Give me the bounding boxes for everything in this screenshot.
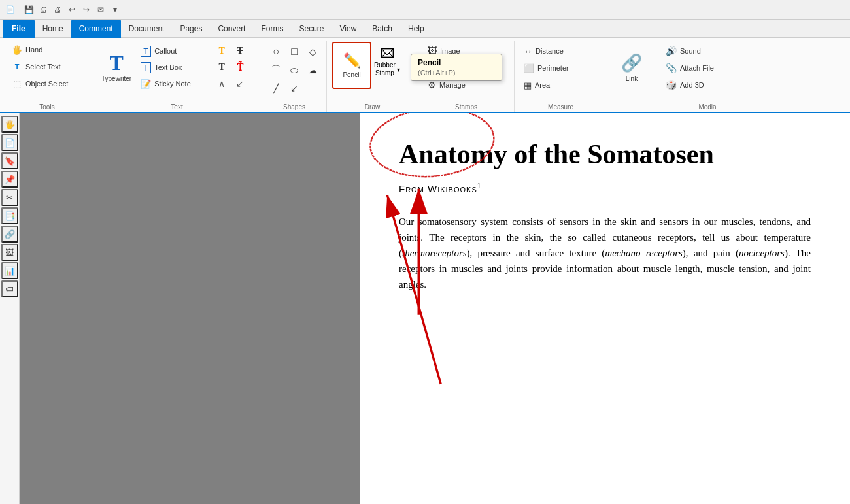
rubber-stamp-icon: 🖂 [380,44,394,61]
sidebar-btn-image2[interactable]: 🖼 [1,244,18,261]
sidebar-btn-link2[interactable]: 🔗 [1,226,18,243]
sidebar-btn-hand[interactable]: 🖐 [1,116,18,133]
redo-button[interactable]: ↪ [80,3,93,16]
perimeter-icon: ⬜ [524,63,534,73]
convert-menu[interactable]: Convert [210,20,253,38]
distance-icon: ↔ [524,46,532,56]
markup-underline-button[interactable]: T [213,59,230,75]
media-group-label: Media [656,103,758,110]
perimeter-button[interactable]: ⬜ Perimeter [520,60,602,76]
hand-icon: 🖐 [12,45,22,55]
doc-body: Our somatosensory system consists of sen… [399,214,811,292]
link-icon: 🔗 [621,53,642,73]
markup-squiggly-button[interactable]: T̃ [231,59,248,75]
tools-group-label: Tools [3,103,92,110]
ribbon-group-text: T Typewriter T Callout T Text Box 📝 Stic… [92,41,262,112]
area-icon: ▦ [524,80,532,90]
title-bar-icons: 📄 [5,5,16,15]
rubber-stamp-button[interactable]: RubberStamp ▾ [374,61,400,77]
distance-button[interactable]: ↔ Distance [520,43,602,59]
sidebar-btn-chart[interactable]: 📊 [1,262,18,279]
arc-shape-button[interactable]: ⌒ [267,61,284,78]
tools-items: 🖐 Hand T Select Text ⬚ Object Select [8,42,86,112]
sticky-note-icon: 📝 [141,79,151,89]
markup-strikethrough-button[interactable]: T [231,43,248,59]
link-items: 🔗 Link [613,42,651,112]
select-text-button[interactable]: T Select Text [8,59,86,75]
markups-group-label: Shapes [262,103,326,110]
batch-menu[interactable]: Batch [364,20,400,38]
save-button[interactable]: 💾 [22,3,35,16]
tooltip-shortcut: (Ctrl+Alt+P) [418,69,495,76]
sidebar-btn-tag[interactable]: 🏷 [1,280,18,297]
ribbon-group-media: 🔊 Sound 📎 Attach File 🎲 Add 3D Media [656,41,758,112]
pencil-icon: ✏️ [343,52,361,69]
markup-highlight-button[interactable]: T [213,43,230,59]
markups-items: ○ □ ◇ ⌒ ⬭ ☁ ╱ ↙ [267,42,321,112]
markup-delete-text-button[interactable]: ↙ [231,76,248,92]
attach-file-button[interactable]: 📎 Attach File [662,60,753,76]
draw-group-label: Draw [327,103,418,110]
view-menu[interactable]: View [332,20,365,38]
help-menu[interactable]: Help [400,20,432,38]
title-bar: 📄 💾 🖨 🖨 ↩ ↪ ✉ ▾ [0,0,850,20]
object-select-button[interactable]: ⬚ Object Select [8,76,86,92]
draw-items: ✏️ Pencil 🖂 RubberStamp ▾ [332,42,401,98]
diamond-shape-button[interactable]: ◇ [304,43,321,60]
text-items: T Typewriter T Callout T Text Box 📝 Stic… [97,42,248,112]
arrow-shape-button[interactable]: ↙ [286,80,303,97]
undo-button[interactable]: ↩ [65,3,78,16]
arrows-overlay [360,113,850,504]
print-button[interactable]: 🖨 [51,3,64,16]
stamps-group-label: Stamps [418,103,514,110]
attach-file-icon: 📎 [666,63,677,73]
pages-menu[interactable]: Pages [172,20,210,38]
file-menu[interactable]: File [3,20,35,38]
area-button[interactable]: ▦ Area [520,77,602,93]
document-menu[interactable]: Document [121,20,173,38]
sidebar-btn-layers[interactable]: 📑 [1,207,18,224]
sidebar-btn-bookmark[interactable]: 🔖 [1,152,18,169]
ribbon-group-measure: ↔ Distance ⬜ Perimeter ▦ Area Measure [515,41,607,112]
pencil-button[interactable]: ✏️ Pencil [332,42,371,89]
link-button[interactable]: 🔗 Link [613,42,651,93]
main-area: Anatomy of the Somatosen From Wikibooks1… [20,113,850,504]
page-thumbnail [20,113,360,504]
save-as-button[interactable]: 🖨 [37,3,50,16]
sound-button[interactable]: 🔊 Sound [662,43,753,59]
line-shape-button[interactable]: ╱ [267,80,284,97]
document-content: Anatomy of the Somatosen From Wikibooks1… [360,113,850,504]
circle-shape-button[interactable]: ○ [267,43,284,60]
doc-source: From Wikibooks1 [399,182,811,194]
sidebar-btn-pin[interactable]: 📌 [1,171,18,188]
rect-shape-button[interactable]: □ [286,43,303,60]
secure-menu[interactable]: Secure [291,20,332,38]
typewriter-button[interactable]: T Typewriter [97,42,135,93]
sidebar-btn-page[interactable]: 📄 [1,134,18,151]
sticky-note-button[interactable]: 📝 Sticky Note [137,76,212,92]
comment-menu[interactable]: Comment [71,20,121,38]
pencil-annotation-overlay [360,113,850,504]
object-select-icon: ⬚ [12,79,22,89]
add-3d-button[interactable]: 🎲 Add 3D [662,77,753,93]
email-button[interactable]: ✉ [94,3,107,16]
ribbon-group-tools: 🖐 Hand T Select Text ⬚ Object Select Too… [3,41,92,112]
pencil-tooltip: Pencil (Ctrl+Alt+P) [411,54,502,81]
markup-insert-text-button[interactable]: ∧ [213,76,230,92]
sidebar-btn-clip[interactable]: ✂ [1,189,18,206]
measure-group-label: Measure [515,103,607,110]
hand-tool-button[interactable]: 🖐 Hand [8,42,86,58]
ribbon-group-markups: ○ □ ◇ ⌒ ⬭ ☁ ╱ ↙ Shapes [262,41,327,112]
sound-icon: 🔊 [666,46,677,56]
cloud-shape-button[interactable]: ☁ [304,61,321,78]
media-items: 🔊 Sound 📎 Attach File 🎲 Add 3D [662,42,753,112]
callout-button[interactable]: T Callout [137,43,212,59]
home-menu[interactable]: Home [35,20,71,38]
left-sidebar: 🖐 📄 🔖 📌 ✂ 📑 🔗 🖼 📊 🏷 [0,113,20,504]
more-button[interactable]: ▾ [109,3,122,16]
forms-menu[interactable]: Forms [253,20,291,38]
text-group-label: Text [92,103,262,110]
text-box-button[interactable]: T Text Box [137,59,212,75]
callout-icon: T [141,46,151,57]
ellipse-shape-button[interactable]: ⬭ [286,61,303,78]
